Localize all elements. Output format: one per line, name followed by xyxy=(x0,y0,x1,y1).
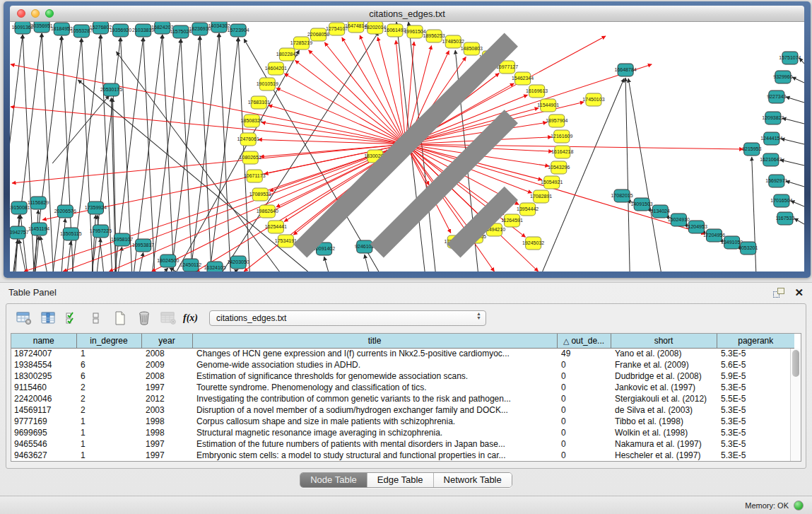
table-cell[interactable]: Jankovic et al. (1997) xyxy=(611,382,717,393)
table-cell[interactable]: Disruption of a novel member of a sodium… xyxy=(192,404,557,416)
table-cell[interactable]: Tibbo et al. (1998) xyxy=(611,416,717,427)
table-cell[interactable]: 22420046 xyxy=(11,393,76,404)
function-builder-icon[interactable]: f(x) xyxy=(183,313,198,324)
table-row[interactable]: 2242004622012Investigating the contribut… xyxy=(11,393,794,404)
table-cell[interactable]: 6 xyxy=(76,370,141,382)
network-window-titlebar[interactable]: citations_edges.txt xyxy=(10,6,804,22)
table-cell[interactable]: 2009 xyxy=(141,359,192,370)
network-canvas[interactable]: 1609136220356951181849521055328715276802… xyxy=(10,22,804,271)
row-height-icon[interactable] xyxy=(87,310,105,327)
table-cell[interactable]: 5.3E-5 xyxy=(717,382,794,393)
column-visibility-icon[interactable] xyxy=(39,310,57,327)
table-cell[interactable]: 2 xyxy=(76,393,141,404)
table-cell[interactable]: 0 xyxy=(557,382,611,393)
table-cell[interactable]: 9463627 xyxy=(11,450,76,461)
table-cell[interactable]: 5.3E-5 xyxy=(717,450,794,461)
table-cell[interactable]: Franke et al. (2009) xyxy=(611,359,717,370)
table-cell[interactable]: 0 xyxy=(557,393,611,404)
delete-column-icon[interactable] xyxy=(135,310,153,327)
column-header-in_degree[interactable]: in_degree xyxy=(76,334,141,348)
table-cell[interactable]: 0 xyxy=(557,427,611,438)
table-row[interactable]: 946554611997Estimation of the future num… xyxy=(11,438,794,450)
table-cell[interactable]: de Silva et al. (2003) xyxy=(611,404,717,416)
table-row[interactable]: 1872400712008Changes of HCN gene express… xyxy=(11,348,794,359)
table-cell[interactable]: Structural magnetic resonance image aver… xyxy=(192,427,557,438)
table-cell[interactable]: 9777169 xyxy=(11,416,76,427)
column-header-title[interactable]: title xyxy=(192,334,557,348)
table-cell[interactable]: 5.3E-5 xyxy=(717,404,794,416)
table-row[interactable]: 1456911722003Disruption of a novel membe… xyxy=(11,404,794,416)
table-cell[interactable]: 0 xyxy=(557,359,611,370)
table-cell[interactable]: 0 xyxy=(557,404,611,416)
table-cell[interactable]: 1 xyxy=(76,450,141,461)
table-cell[interactable]: Investigating the contribution of common… xyxy=(192,393,557,404)
new-column-icon[interactable] xyxy=(111,310,129,327)
table-cell[interactable]: 2008 xyxy=(141,348,192,359)
table-cell[interactable]: Changes of HCN gene expression and I(f) … xyxy=(192,348,557,359)
table-cell[interactable]: 1997 xyxy=(141,450,192,461)
table-cell[interactable]: 9699695 xyxy=(11,427,76,438)
table-cell[interactable]: Tourette syndrome. Phenomenology and cla… xyxy=(192,382,557,393)
table-cell[interactable]: 0 xyxy=(557,416,611,427)
table-row[interactable]: 911546021997Tourette syndrome. Phenomeno… xyxy=(11,382,794,393)
column-header-out_de[interactable]: △out_de... xyxy=(557,334,611,348)
table-cell[interactable]: 2012 xyxy=(141,393,192,404)
table-cell[interactable]: 0 xyxy=(557,438,611,450)
tab-edge-table[interactable]: Edge Table xyxy=(367,473,434,487)
table-row[interactable]: 969969511998Structural magnetic resonanc… xyxy=(11,427,794,438)
column-header-name[interactable]: name xyxy=(11,334,76,348)
table-cell[interactable]: 6 xyxy=(76,359,141,370)
table-cell[interactable]: 0 xyxy=(557,370,611,382)
table-cell[interactable]: Dudbridge et al. (2008) xyxy=(611,370,717,382)
column-header-pagerank[interactable]: pagerank xyxy=(717,334,794,348)
table-row[interactable]: 946362711997Embryonic stem cells: a mode… xyxy=(11,450,794,461)
table-row[interactable]: 977716911998Corpus callosum shape and si… xyxy=(11,416,794,427)
table-row[interactable]: 1938455462009Genome-wide association stu… xyxy=(11,359,794,370)
table-cell[interactable]: 1 xyxy=(76,348,141,359)
table-cell[interactable]: Nakamura et al. (1997) xyxy=(611,438,717,450)
table-cell[interactable]: 5.6E-5 xyxy=(717,359,794,370)
table-cell[interactable]: 2008 xyxy=(141,370,192,382)
float-panel-icon[interactable] xyxy=(773,288,784,298)
table-cell[interactable]: 14569117 xyxy=(11,404,76,416)
table-cell[interactable]: 1997 xyxy=(141,438,192,450)
table-cell[interactable]: 9465546 xyxy=(11,438,76,450)
table-vertical-scrollbar[interactable] xyxy=(790,349,801,461)
table-cell[interactable]: 1998 xyxy=(141,416,192,427)
table-cell[interactable]: Wolkin et al. (1998) xyxy=(611,427,717,438)
table-cell[interactable]: 9115460 xyxy=(11,382,76,393)
table-cell[interactable]: 1 xyxy=(76,427,141,438)
close-panel-icon[interactable]: ✕ xyxy=(794,287,804,298)
table-cell[interactable]: 5.3E-5 xyxy=(717,427,794,438)
column-header-short[interactable]: short xyxy=(611,334,717,348)
table-cell[interactable]: Estimation of the future numbers of pati… xyxy=(192,438,557,450)
table-cell[interactable]: Embryonic stem cells: a model to study s… xyxy=(192,450,557,461)
table-cell[interactable]: Hescheler et al. (1997) xyxy=(611,450,717,461)
table-cell[interactable]: 5.3E-5 xyxy=(717,416,794,427)
table-cell[interactable]: Estimation of significance thresholds fo… xyxy=(192,370,557,382)
table-cell[interactable]: 1997 xyxy=(141,382,192,393)
table-cell[interactable]: 1 xyxy=(76,416,141,427)
window-resize-grip[interactable] xyxy=(10,22,803,270)
table-cell[interactable]: 49 xyxy=(557,348,611,359)
table-cell[interactable]: 5.3E-5 xyxy=(717,348,794,359)
table-cell[interactable]: 5.5E-5 xyxy=(717,393,794,404)
table-cell[interactable]: Genome-wide association studies in ADHD. xyxy=(192,359,557,370)
select-rows-icon[interactable] xyxy=(63,310,81,327)
table-cell[interactable]: 1 xyxy=(76,438,141,450)
table-cell[interactable]: 1998 xyxy=(141,427,192,438)
table-cell[interactable]: 2 xyxy=(76,404,141,416)
table-cell[interactable]: Corpus callosum shape and size in male p… xyxy=(192,416,557,427)
table-selector-dropdown[interactable]: citations_edges.txt ▲▼ xyxy=(209,310,486,326)
table-settings-icon[interactable] xyxy=(15,310,33,327)
table-cell[interactable]: 2003 xyxy=(141,404,192,416)
table-cell[interactable]: 18724007 xyxy=(11,348,76,359)
table-cell[interactable]: 18300295 xyxy=(11,370,76,382)
table-cell[interactable]: Stergiakouli et al. (2012) xyxy=(611,393,717,404)
table-cell[interactable]: 19384554 xyxy=(11,359,76,370)
scrollbar-thumb[interactable] xyxy=(792,350,799,377)
table-cell[interactable]: Yano et al. (2008) xyxy=(611,348,717,359)
table-cell[interactable]: 2 xyxy=(76,382,141,393)
table-cell[interactable]: 0 xyxy=(557,450,611,461)
table-cell[interactable]: 5.3E-5 xyxy=(717,438,794,450)
